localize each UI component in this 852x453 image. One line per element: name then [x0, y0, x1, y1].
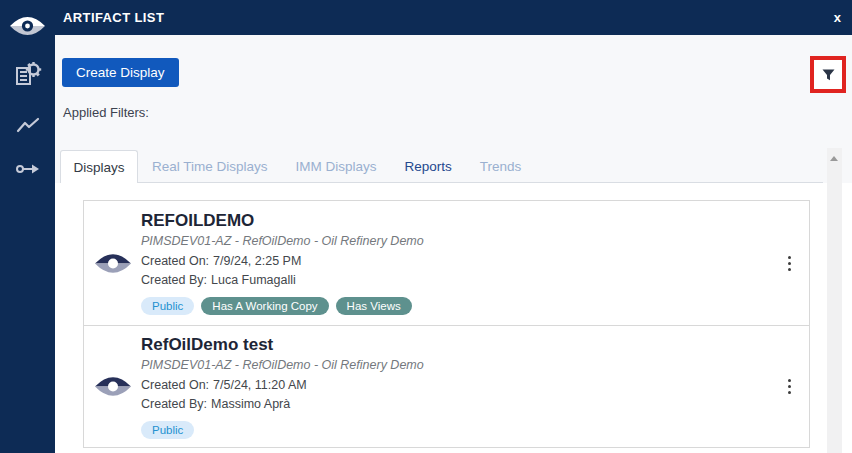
vertical-scrollbar[interactable]: [827, 148, 842, 453]
badge-row: Public Has A Working Copy Has Views: [141, 297, 769, 315]
tab-real-time-displays[interactable]: Real Time Displays: [152, 159, 268, 174]
created-on-value: 7/5/24, 11:20 AM: [213, 378, 307, 392]
card-menu-kebab-icon[interactable]: [769, 379, 809, 394]
applied-filters-label: Applied Filters:: [63, 105, 149, 120]
tab-displays[interactable]: Displays: [60, 150, 138, 183]
created-by-row: Created By:Massimo Aprà: [141, 395, 769, 414]
artifact-list-icon[interactable]: [0, 60, 55, 88]
panel-header: ARTIFACT LIST x: [0, 0, 852, 35]
created-on-label: Created On:: [141, 254, 209, 268]
display-eye-icon: [84, 373, 141, 400]
created-on-label: Created On:: [141, 378, 209, 392]
artifact-card-body: REFOILDEMO PIMSDEV01-AZ - RefOilDemo - O…: [141, 201, 769, 325]
artifact-source: PIMSDEV01-AZ - RefOilDemo - Oil Refinery…: [141, 234, 769, 248]
badge-has-views: Has Views: [336, 297, 412, 315]
tab-imm-displays[interactable]: IMM Displays: [296, 159, 377, 174]
artifact-title: RefOilDemo test: [141, 335, 769, 355]
output-arrow-icon[interactable]: [0, 162, 55, 176]
tab-divider: [60, 182, 823, 183]
tab-trends[interactable]: Trends: [480, 159, 522, 174]
scroll-up-arrow-icon[interactable]: [830, 156, 838, 161]
close-icon[interactable]: x: [832, 0, 843, 35]
badge-row: Public: [141, 421, 769, 439]
badge-public: Public: [141, 421, 194, 439]
tab-reports[interactable]: Reports: [405, 159, 452, 174]
artifact-title: REFOILDEMO: [141, 211, 769, 231]
filter-button-highlighted[interactable]: [810, 56, 846, 93]
created-by-label: Created By:: [141, 397, 207, 411]
created-on-row: Created On:7/9/24, 2:25 PM: [141, 252, 769, 271]
card-menu-kebab-icon[interactable]: [769, 256, 809, 271]
create-display-button[interactable]: Create Display: [62, 58, 179, 87]
created-by-label: Created By:: [141, 273, 207, 287]
created-by-row: Created By:Luca Fumagalli: [141, 271, 769, 290]
created-by-value: Massimo Aprà: [211, 397, 290, 411]
panel-title: ARTIFACT LIST: [63, 0, 164, 35]
funnel-icon: [822, 69, 835, 81]
badge-has-working-copy: Has A Working Copy: [201, 297, 328, 315]
trend-icon[interactable]: [0, 116, 55, 136]
artifact-source: PIMSDEV01-AZ - RefOilDemo - Oil Refinery…: [141, 358, 769, 372]
artifact-card-body: RefOilDemo test PIMSDEV01-AZ - RefOilDem…: [141, 325, 769, 449]
display-eye-icon: [84, 250, 141, 277]
artifact-card[interactable]: REFOILDEMO PIMSDEV01-AZ - RefOilDemo - O…: [83, 200, 810, 326]
badge-public: Public: [141, 297, 194, 315]
app-logo-eye-icon: [0, 13, 55, 39]
tab-row: Real Time Displays IMM Displays Reports …: [152, 150, 521, 182]
created-on-row: Created On:7/5/24, 11:20 AM: [141, 376, 769, 395]
artifact-card[interactable]: RefOilDemo test PIMSDEV01-AZ - RefOilDem…: [83, 325, 810, 448]
created-by-value: Luca Fumagalli: [211, 273, 296, 287]
created-on-value: 7/9/24, 2:25 PM: [213, 254, 301, 268]
sidebar: [0, 0, 55, 453]
